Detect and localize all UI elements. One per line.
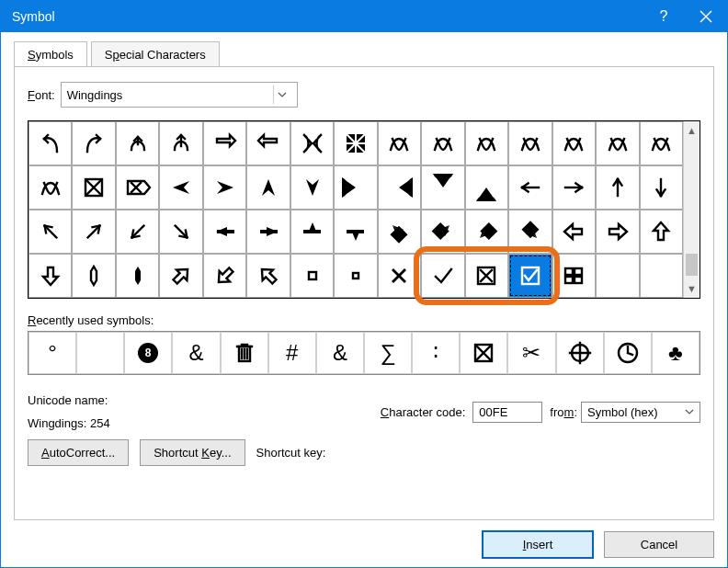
window-title: Symbol <box>12 9 55 24</box>
symbol-cell[interactable] <box>334 254 377 298</box>
symbol-cell[interactable] <box>378 254 421 298</box>
symbol-cell[interactable] <box>290 165 334 210</box>
recent-symbol-cell[interactable] <box>604 332 652 374</box>
symbol-cell[interactable] <box>508 210 552 254</box>
tab-symbols[interactable]: Symbols <box>14 41 87 67</box>
symbol-cell[interactable] <box>596 165 639 210</box>
symbol-cell[interactable] <box>203 210 246 254</box>
symbol-cell[interactable] <box>378 165 421 210</box>
symbol-cell[interactable] <box>203 165 246 210</box>
recent-symbol-cell[interactable] <box>221 332 268 374</box>
symbol-cell[interactable] <box>72 165 115 210</box>
tab-special-characters[interactable]: Special Characters <box>91 41 220 67</box>
recent-symbol-cell[interactable] <box>556 332 604 374</box>
symbol-cell[interactable] <box>421 121 464 165</box>
tabs: Symbols Special Characters <box>14 41 714 67</box>
recent-symbol-cell[interactable]: ∶ <box>412 332 460 374</box>
insert-button[interactable]: Insert <box>483 531 593 558</box>
font-select[interactable]: Wingdings <box>61 82 298 108</box>
scroll-down-icon[interactable]: ▼ <box>684 279 700 298</box>
svg-rect-38 <box>303 230 321 233</box>
symbol-dialog: Symbol ? Symbols Special Characters Font… <box>0 0 728 568</box>
recent-symbol-cell[interactable]: & <box>172 332 220 374</box>
symbol-cell[interactable] <box>596 121 639 165</box>
from-select[interactable]: Symbol (hex) <box>581 402 700 423</box>
symbol-cell[interactable] <box>72 254 115 298</box>
svg-marker-4 <box>262 179 275 196</box>
symbol-cell[interactable] <box>640 121 683 165</box>
symbol-cell[interactable] <box>378 121 421 165</box>
svg-line-29 <box>186 231 187 238</box>
symbol-cell[interactable] <box>116 210 159 254</box>
symbol-cell[interactable] <box>28 210 72 254</box>
symbol-cell[interactable] <box>28 254 72 298</box>
symbol-cell[interactable] <box>290 254 334 298</box>
symbol-cell[interactable] <box>72 210 115 254</box>
recent-symbol-cell[interactable]: ∑ <box>364 332 412 374</box>
recent-symbol-cell[interactable]: ✂ <box>507 332 555 374</box>
symbol-cell[interactable] <box>552 210 596 254</box>
symbol-cell[interactable] <box>116 121 159 165</box>
symbol-cell[interactable] <box>552 165 596 210</box>
unicode-name-value: Wingdings: 254 <box>28 416 110 430</box>
symbol-cell[interactable] <box>465 254 508 298</box>
recent-symbol-grid[interactable]: °8&#&∑∶✂♣ <box>28 331 700 375</box>
shortcut-key-button[interactable]: Shortcut Key... <box>140 439 245 466</box>
recent-symbol-cell[interactable]: ° <box>28 332 76 374</box>
symbol-cell[interactable] <box>116 254 159 298</box>
cancel-button[interactable]: Cancel <box>604 531 714 558</box>
symbol-cell[interactable] <box>508 121 552 165</box>
symbol-cell[interactable] <box>334 165 377 210</box>
symbol-cell[interactable] <box>640 254 683 298</box>
symbol-cell[interactable] <box>290 121 334 165</box>
symbol-cell[interactable] <box>159 254 202 298</box>
symbol-cell[interactable] <box>596 254 639 298</box>
recent-symbol-cell[interactable]: # <box>268 332 316 374</box>
symbol-cell[interactable] <box>28 165 72 210</box>
symbol-cell[interactable] <box>378 210 421 254</box>
symbol-cell[interactable] <box>421 165 464 210</box>
autocorrect-button[interactable]: AutoCorrect... <box>28 439 129 466</box>
symbol-cell[interactable] <box>159 210 202 254</box>
symbol-cell[interactable] <box>421 210 464 254</box>
symbol-cell[interactable] <box>246 121 290 165</box>
recent-symbol-cell[interactable]: & <box>316 332 364 374</box>
symbol-cell[interactable] <box>290 210 334 254</box>
symbol-cell[interactable] <box>596 210 639 254</box>
symbol-cell[interactable] <box>508 165 552 210</box>
scroll-up-icon[interactable]: ▲ <box>684 121 700 140</box>
symbol-cell[interactable] <box>159 121 202 165</box>
recent-symbol-cell[interactable]: ♣ <box>652 332 700 374</box>
symbol-cell[interactable] <box>640 165 683 210</box>
recent-symbol-cell[interactable] <box>76 332 124 374</box>
recent-symbol-cell[interactable] <box>460 332 507 374</box>
symbol-cell[interactable] <box>465 165 508 210</box>
symbol-cell[interactable] <box>72 121 115 165</box>
symbol-cell[interactable] <box>159 165 202 210</box>
symbol-cell[interactable] <box>334 121 377 165</box>
symbol-cell[interactable] <box>334 210 377 254</box>
symbol-cell[interactable] <box>246 254 290 298</box>
symbol-cell[interactable] <box>508 254 552 298</box>
font-label: Font: <box>28 88 55 102</box>
symbol-cell[interactable] <box>421 254 464 298</box>
symbol-cell[interactable] <box>116 165 159 210</box>
symbol-cell[interactable] <box>246 165 290 210</box>
symbol-cell[interactable] <box>203 254 246 298</box>
symbol-cell[interactable] <box>640 210 683 254</box>
help-button[interactable]: ? <box>643 1 685 32</box>
symbol-cell[interactable] <box>465 121 508 165</box>
symbol-cell[interactable] <box>552 254 596 298</box>
symbol-cell[interactable] <box>246 210 290 254</box>
symbol-cell[interactable] <box>552 121 596 165</box>
symbol-cell[interactable] <box>465 210 508 254</box>
svg-rect-50 <box>481 222 498 240</box>
symbol-grid[interactable] <box>28 121 683 298</box>
symbol-cell[interactable] <box>28 121 72 165</box>
close-button[interactable] <box>685 1 727 32</box>
symbol-cell[interactable] <box>203 121 246 165</box>
recent-symbol-cell[interactable]: 8 <box>124 332 172 374</box>
scroll-thumb[interactable] <box>686 254 698 276</box>
symbol-scrollbar[interactable]: ▲ ▼ <box>683 121 700 298</box>
char-code-input[interactable] <box>472 402 542 423</box>
